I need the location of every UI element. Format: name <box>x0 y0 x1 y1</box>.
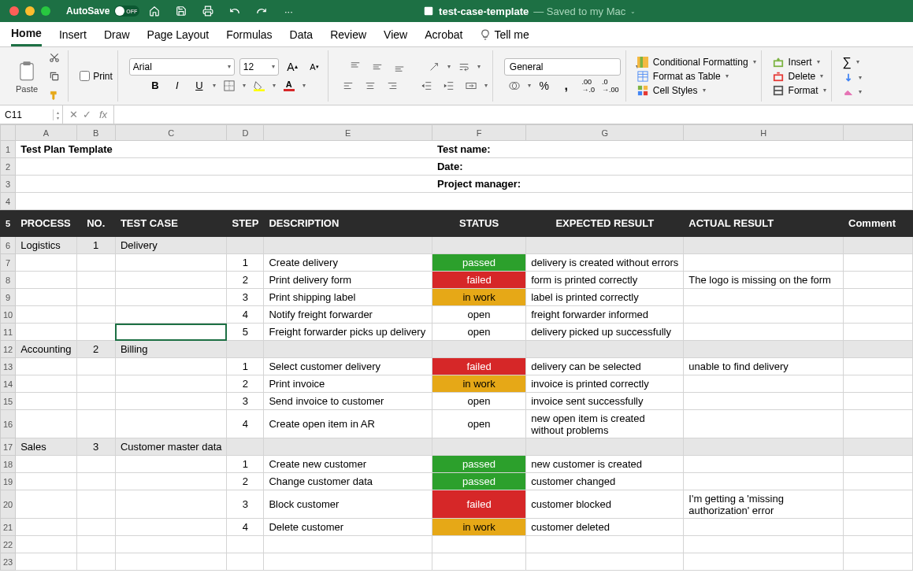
comment-cell[interactable] <box>844 254 913 272</box>
cell[interactable] <box>115 272 227 289</box>
meta-date-label[interactable]: Date: <box>432 158 525 176</box>
cell[interactable] <box>684 193 844 210</box>
row-header-17[interactable]: 17 <box>1 438 16 456</box>
actual-cell[interactable] <box>684 456 844 473</box>
comment-cell[interactable] <box>844 473 913 490</box>
cell[interactable] <box>227 237 264 254</box>
save-icon[interactable] <box>173 2 190 20</box>
font-size-select[interactable]: ▾ <box>239 58 279 76</box>
status-cell[interactable]: in work <box>432 375 525 393</box>
meta-pm-label[interactable]: Project manager: <box>432 176 525 193</box>
cell[interactable] <box>115 393 227 410</box>
status-cell[interactable]: failed <box>432 358 525 375</box>
cell[interactable] <box>76 358 115 375</box>
comment-cell[interactable] <box>844 456 913 473</box>
cell[interactable] <box>432 536 525 553</box>
status-cell[interactable]: open <box>432 306 525 324</box>
expected-cell[interactable]: invoice is printed correctly <box>526 375 684 393</box>
section-no[interactable]: 3 <box>76 438 115 456</box>
comment-cell[interactable] <box>844 393 913 410</box>
cell[interactable] <box>684 536 844 553</box>
borders-icon[interactable] <box>221 77 238 94</box>
format-cells-button[interactable]: Format▾ <box>773 84 826 97</box>
cell[interactable] <box>115 473 227 490</box>
expected-cell[interactable]: label is printed correctly <box>526 289 684 306</box>
cell[interactable] <box>115 193 227 210</box>
row-header-14[interactable]: 14 <box>1 375 16 393</box>
cell[interactable] <box>16 519 76 536</box>
actual-cell[interactable] <box>684 306 844 324</box>
row-header-10[interactable]: 10 <box>1 306 16 324</box>
formula-input[interactable] <box>114 105 913 124</box>
col-header-D[interactable]: D <box>227 125 264 141</box>
status-cell[interactable]: passed <box>432 473 525 490</box>
increase-indent-icon[interactable] <box>440 77 458 94</box>
redo-icon[interactable] <box>253 2 270 20</box>
cell[interactable] <box>115 375 227 393</box>
meta-date-value[interactable] <box>526 158 684 176</box>
print-checkbox[interactable]: Print <box>80 71 113 82</box>
cell[interactable] <box>264 341 432 358</box>
sheet-title[interactable]: Test Plan Template <box>16 141 264 158</box>
cell[interactable] <box>526 553 684 571</box>
cell[interactable] <box>16 289 76 306</box>
cell[interactable] <box>16 393 76 410</box>
section-no[interactable]: 2 <box>76 341 115 358</box>
actual-cell[interactable] <box>684 289 844 306</box>
comment-cell[interactable] <box>844 324 913 341</box>
cell[interactable] <box>115 176 227 193</box>
col-header-I[interactable] <box>844 125 913 141</box>
desc-cell[interactable]: Create delivery <box>264 254 432 272</box>
desc-cell[interactable]: Change customer data <box>264 473 432 490</box>
cell[interactable] <box>16 553 76 571</box>
format-painter-icon[interactable] <box>46 87 63 104</box>
decrease-indent-icon[interactable] <box>418 77 436 94</box>
decrease-font-icon[interactable]: A▾ <box>306 58 323 76</box>
cell[interactable] <box>76 158 115 176</box>
cell[interactable] <box>264 193 432 210</box>
italic-button[interactable]: I <box>169 77 186 94</box>
step-cell[interactable]: 3 <box>227 289 264 306</box>
cell[interactable] <box>16 324 76 341</box>
hdr-step[interactable]: STEP <box>227 210 264 237</box>
step-cell[interactable]: 1 <box>227 456 264 473</box>
meta-test-name-value[interactable] <box>526 141 684 158</box>
row-header-5[interactable]: 5 <box>1 210 16 237</box>
cell[interactable] <box>16 536 76 553</box>
cell[interactable] <box>844 536 913 553</box>
cell[interactable] <box>526 341 684 358</box>
desc-cell[interactable]: Create new customer <box>264 456 432 473</box>
desc-cell[interactable]: Print invoice <box>264 375 432 393</box>
cell-styles-button[interactable]: Cell Styles▾ <box>637 84 706 97</box>
cell[interactable] <box>432 553 525 571</box>
cell[interactable] <box>76 193 115 210</box>
underline-button[interactable]: U <box>191 77 208 94</box>
hdr-desc[interactable]: DESCRIPTION <box>264 210 432 237</box>
cell[interactable] <box>76 324 115 341</box>
step-cell[interactable]: 5 <box>227 324 264 341</box>
status-cell[interactable]: open <box>432 324 525 341</box>
actual-cell[interactable] <box>684 254 844 272</box>
name-box[interactable]: ▴▾ <box>0 105 63 124</box>
cancel-icon[interactable]: ✕ <box>69 109 78 120</box>
hdr-comment[interactable]: Comment <box>844 210 913 237</box>
comment-cell[interactable] <box>844 519 913 536</box>
cell[interactable] <box>115 536 227 553</box>
align-middle-icon[interactable] <box>369 58 386 76</box>
tab-acrobat[interactable]: Acrobat <box>425 24 462 46</box>
expected-cell[interactable]: freight forwarder informed <box>526 306 684 324</box>
cell[interactable] <box>844 237 913 254</box>
actual-cell[interactable] <box>684 410 844 438</box>
comment-cell[interactable] <box>844 375 913 393</box>
cell[interactable] <box>432 193 525 210</box>
cell[interactable] <box>16 176 76 193</box>
cell[interactable] <box>115 456 227 473</box>
align-left-icon[interactable] <box>340 77 357 94</box>
tab-insert[interactable]: Insert <box>59 24 87 46</box>
row-header-16[interactable]: 16 <box>1 410 16 438</box>
cell[interactable] <box>227 176 264 193</box>
step-cell[interactable]: 3 <box>227 490 264 519</box>
fill-color-icon[interactable] <box>251 77 268 94</box>
row-header-21[interactable]: 21 <box>1 519 16 536</box>
wrap-text-icon[interactable] <box>455 58 473 76</box>
